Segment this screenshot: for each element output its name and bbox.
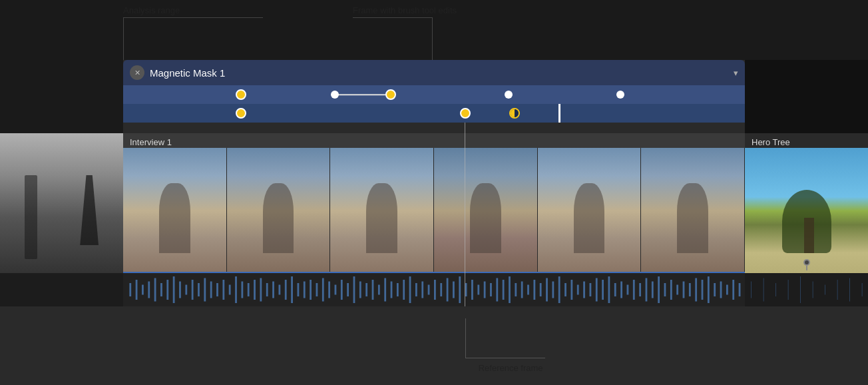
svg-rect-68 xyxy=(533,280,535,300)
dropdown-button[interactable]: ▾ xyxy=(734,68,738,78)
keyframe-row2-yellow-2[interactable] xyxy=(460,108,471,119)
svg-rect-92 xyxy=(683,282,685,298)
playhead-bar xyxy=(558,104,560,123)
svg-rect-86 xyxy=(646,278,648,302)
svg-rect-88 xyxy=(658,276,660,303)
marker-pin-container xyxy=(802,258,811,273)
svg-rect-48 xyxy=(409,276,411,303)
svg-rect-64 xyxy=(509,276,511,303)
svg-rect-23 xyxy=(254,280,256,300)
tree-trunk xyxy=(804,218,814,253)
tripod-shape xyxy=(74,175,105,245)
svg-rect-96 xyxy=(708,276,710,303)
svg-rect-56 xyxy=(459,276,461,303)
bottom-annotation-area: Reference frame xyxy=(0,313,868,385)
keyframe-row2-half[interactable] xyxy=(509,108,520,119)
keyframe-yellow-1[interactable] xyxy=(236,89,246,100)
svg-rect-89 xyxy=(664,283,666,296)
svg-rect-75 xyxy=(577,285,579,295)
hero-clip-label: Hero Tree xyxy=(752,137,790,147)
keyframe-white-3[interactable] xyxy=(616,91,624,99)
svg-rect-13 xyxy=(192,280,194,300)
audio-hero-waveform xyxy=(745,273,868,306)
person-5 xyxy=(574,183,604,253)
svg-rect-3 xyxy=(129,283,131,296)
svg-rect-61 xyxy=(490,283,492,296)
svg-rect-66 xyxy=(521,282,523,298)
svg-rect-36 xyxy=(335,285,337,295)
svg-rect-8 xyxy=(160,283,162,296)
waveform-svg xyxy=(123,273,745,306)
svg-rect-16 xyxy=(210,282,212,298)
svg-rect-33 xyxy=(316,283,318,296)
svg-rect-106 xyxy=(800,276,801,303)
person-2 xyxy=(263,183,294,253)
svg-rect-97 xyxy=(714,283,716,296)
svg-rect-62 xyxy=(496,278,498,302)
svg-rect-60 xyxy=(484,282,486,298)
keyframe-white-2[interactable] xyxy=(505,91,513,99)
svg-rect-102 xyxy=(751,282,752,298)
svg-rect-14 xyxy=(198,283,200,296)
hero-clip: Hero Tree xyxy=(745,133,868,273)
brush-edits-hline xyxy=(353,17,433,18)
svg-rect-15 xyxy=(204,278,206,302)
svg-rect-85 xyxy=(639,283,641,296)
left-clip-panel xyxy=(0,133,123,273)
svg-rect-82 xyxy=(620,282,622,298)
svg-rect-37 xyxy=(341,280,343,300)
svg-rect-18 xyxy=(222,280,224,300)
hero-frame xyxy=(745,148,868,273)
svg-rect-63 xyxy=(503,280,505,300)
analysis-range-vline xyxy=(123,17,124,60)
svg-rect-50 xyxy=(421,282,423,298)
reference-frame-annotation-hline xyxy=(465,358,545,358)
svg-rect-39 xyxy=(353,276,355,303)
svg-rect-27 xyxy=(279,285,281,295)
svg-rect-71 xyxy=(552,282,554,298)
svg-rect-109 xyxy=(837,280,838,300)
svg-rect-100 xyxy=(732,280,734,300)
svg-rect-70 xyxy=(546,278,548,302)
svg-rect-7 xyxy=(154,278,156,302)
svg-rect-44 xyxy=(384,278,386,302)
svg-rect-30 xyxy=(298,283,300,296)
frame-6 xyxy=(641,148,745,273)
svg-rect-11 xyxy=(179,282,181,298)
frame-2 xyxy=(227,148,331,273)
svg-rect-103 xyxy=(763,278,764,302)
keyframe-row-2 xyxy=(123,104,745,123)
svg-rect-22 xyxy=(248,283,250,296)
keyframe-yellow-2[interactable] xyxy=(385,89,396,100)
frame-3 xyxy=(330,148,434,273)
analysis-range-label: Analysis range xyxy=(123,5,180,15)
svg-rect-79 xyxy=(602,280,604,300)
keyframe-white-1[interactable] xyxy=(331,91,339,99)
film-strip xyxy=(123,148,745,273)
clip-border-bottom xyxy=(123,272,745,273)
svg-rect-28 xyxy=(285,280,287,300)
svg-rect-108 xyxy=(825,285,825,295)
svg-rect-84 xyxy=(633,280,635,300)
close-button[interactable] xyxy=(130,65,144,80)
left-clip-frame xyxy=(0,133,123,273)
svg-rect-93 xyxy=(689,283,691,296)
svg-rect-77 xyxy=(590,283,592,296)
stand-shape xyxy=(25,175,37,259)
svg-rect-72 xyxy=(558,276,560,303)
svg-rect-83 xyxy=(627,285,629,295)
svg-rect-95 xyxy=(702,280,704,300)
marker-pin-icon xyxy=(802,258,811,270)
svg-rect-31 xyxy=(304,282,306,298)
svg-rect-25 xyxy=(266,283,268,296)
keyframe-row2-yellow-1[interactable] xyxy=(236,108,246,119)
svg-rect-98 xyxy=(720,282,722,298)
mask-track-header: Magnetic Mask 1 ▾ xyxy=(123,60,745,85)
svg-rect-69 xyxy=(540,283,542,296)
keyframe-row-1 xyxy=(123,85,745,104)
brush-edits-label: Frame with brush tool edits xyxy=(353,5,457,15)
svg-rect-58 xyxy=(471,280,473,300)
svg-rect-104 xyxy=(775,283,776,296)
svg-rect-34 xyxy=(322,278,324,302)
svg-rect-10 xyxy=(173,276,175,303)
